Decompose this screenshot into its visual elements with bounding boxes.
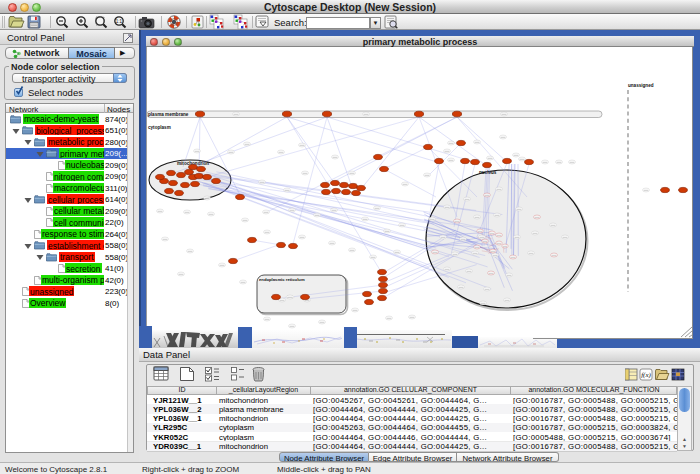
svg-text:plasma membrane: plasma membrane	[148, 112, 189, 117]
svg-text:f(x): f(x)	[641, 371, 651, 379]
svg-text:cytoplasm: cytoplasm	[148, 125, 171, 130]
svg-text:unassigned: unassigned	[628, 83, 654, 88]
svg-text:1:1: 1:1	[116, 19, 123, 24]
svg-text:endoplasmic reticulum: endoplasmic reticulum	[259, 277, 305, 282]
